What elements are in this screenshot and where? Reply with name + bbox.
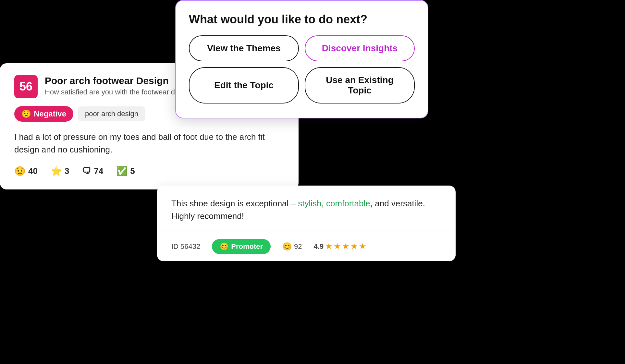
card-title: Poor arch footwear Design [45,75,196,87]
body-highlight: stylish, comfortable [298,199,370,208]
next-panel-buttons: View the Themes Discover Insights Edit t… [189,35,415,103]
score-badge: 56 [14,75,38,98]
sentiment-label: Negative [34,109,66,118]
stat-check-value: 5 [130,166,135,176]
next-panel: What would you like to do next? View the… [175,0,428,118]
promoter-tag: 😊 Promoter [212,239,271,254]
rating-value: 4.9 [314,242,324,251]
view-themes-button[interactable]: View the Themes [189,35,299,61]
shoe-review-card: This shoe design is exceptional – stylis… [157,186,456,261]
topic-tag: poor arch design [78,106,145,121]
stat-check: ✅ 5 [116,166,135,176]
shoe-review-body: This shoe design is exceptional – stylis… [157,186,456,232]
shoe-review-footer: ID 56432 😊 Promoter 😊 92 4.9 ★ ★ ★ ★ ★ [157,232,456,261]
comment-icon: 🗨 [82,166,91,176]
card-subtitle: How satisfied are you with the footwear … [45,88,196,96]
star-icon: ⭐ [51,166,62,176]
edit-topic-button[interactable]: Edit the Topic [189,67,299,103]
star-1: ★ [325,242,332,251]
star-3: ★ [342,242,349,251]
promoter-icon: 😊 [220,242,228,251]
body-plain: This shoe design is exceptional – [171,199,298,208]
stats-row: 😟 40 ⭐ 3 🗨 74 ✅ 5 [14,166,284,176]
sentiment-tag: 😟 Negative [14,106,73,122]
sentiment-icon: 😟 [21,109,31,118]
stat-star-value: 3 [65,166,69,176]
next-panel-title: What would you like to do next? [189,12,415,26]
stat-comment: 🗨 74 [82,166,103,176]
discover-insights-button[interactable]: Discover Insights [305,35,415,61]
check-icon: ✅ [116,166,128,176]
star-rating: 4.9 ★ ★ ★ ★ ★ [314,242,366,251]
stat-comment-value: 74 [94,166,103,176]
review-id: ID 56432 [171,242,200,251]
stat-negative-value: 40 [28,166,38,176]
score-value: 92 [294,242,302,251]
stat-star: ⭐ 3 [51,166,69,176]
card-title-group: Poor arch footwear Design How satisfied … [45,75,196,96]
star-5: ★ [359,242,366,251]
nps-score: 😊 92 [282,242,302,251]
card-body: I had a lot of pressure on my toes and b… [14,131,284,156]
promoter-label: Promoter [231,242,263,251]
star-2: ★ [334,242,340,251]
use-existing-topic-button[interactable]: Use an Existing Topic [305,67,415,103]
negative-icon: 😟 [14,166,26,176]
stat-negative: 😟 40 [14,166,38,176]
star-4: ★ [351,242,357,251]
score-smile-icon: 😊 [282,242,292,251]
